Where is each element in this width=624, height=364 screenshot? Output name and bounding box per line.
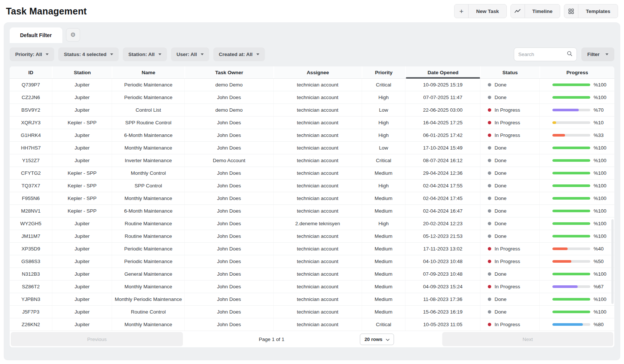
- column-header-assignee[interactable]: Assignee: [273, 66, 362, 78]
- table-row[interactable]: N312B3 Jupiter General Maintenance John …: [10, 268, 614, 281]
- cell-task-owner: John Does: [184, 318, 273, 331]
- pagination-bar: Previous Page 1 of 1 20 rows Next: [10, 331, 614, 347]
- column-header-station[interactable]: Station: [52, 66, 112, 78]
- rows-per-page-select[interactable]: 20 rows: [360, 334, 394, 345]
- table-row[interactable]: CZ2JN6 Jupiter Periodic Maintenance John…: [10, 91, 614, 104]
- cell-date-opened: 02-04-2024 17:55: [405, 180, 480, 192]
- cell-priority: Medium: [362, 281, 405, 293]
- status-label: Done: [495, 158, 506, 163]
- caret-down-icon: [46, 53, 49, 55]
- cell-name: Monthly Periodic Maintenance: [112, 293, 184, 305]
- column-header-date-opened[interactable]: Date Opened: [405, 66, 480, 78]
- cell-name: 6-Month Maintenance: [112, 129, 184, 141]
- cell-id: JM11M7: [10, 230, 52, 242]
- previous-page-button[interactable]: Previous: [11, 332, 183, 346]
- cell-id: WY2GH5: [10, 217, 52, 230]
- caret-down-icon: [605, 53, 608, 55]
- cell-progress: %10: [539, 117, 614, 129]
- progress-bar: [552, 273, 590, 275]
- cell-progress: %100: [539, 306, 614, 318]
- new-task-button[interactable]: + New Task: [454, 4, 506, 18]
- cell-progress: %100: [539, 217, 614, 230]
- filter-settings-button[interactable]: ⚙: [66, 28, 80, 42]
- table-row[interactable]: GS86S3 Jupiter Periodic Maintenance John…: [10, 255, 614, 268]
- cell-name: Routine Control: [112, 306, 184, 318]
- progress-label: %100: [594, 233, 608, 239]
- status-dot-icon: [488, 323, 491, 326]
- tab-default-filter[interactable]: Default Filter: [10, 27, 62, 43]
- content-panel: Default Filter ⚙ Priority: All Status: 4…: [4, 22, 620, 360]
- next-page-button[interactable]: Next: [442, 332, 613, 346]
- table-row[interactable]: XQRJY3 Kepler - SPP SPP Routine Control …: [10, 117, 614, 129]
- station-filter-dropdown[interactable]: Station: All: [123, 47, 167, 61]
- priority-filter-dropdown[interactable]: Priority: All: [10, 47, 54, 61]
- cell-task-owner: demo Demo: [184, 79, 273, 91]
- cell-priority: Medium: [362, 255, 405, 268]
- status-filter-dropdown[interactable]: Status: 4 selected: [58, 47, 119, 61]
- status-label: In Progress: [495, 322, 520, 327]
- table-row[interactable]: JM11M7 Jupiter Routine Maintenance John …: [10, 230, 614, 243]
- table-row[interactable]: WY2GH5 Jupiter Routine Maintenance John …: [10, 217, 614, 230]
- cell-id: HH7HS7: [10, 142, 52, 154]
- column-header-priority[interactable]: Priority: [362, 66, 405, 78]
- table-row[interactable]: Q739P7 Jupiter Periodic Maintenance demo…: [10, 79, 614, 91]
- cell-assignee: technician account: [273, 281, 362, 293]
- cell-station: Jupiter: [52, 104, 112, 116]
- cell-station: Kepler - SPP: [52, 192, 112, 204]
- table-row[interactable]: YJPBN3 Jupiter Monthly Periodic Maintena…: [10, 293, 614, 306]
- status-dot-icon: [488, 260, 491, 263]
- table-row[interactable]: SZ86T2 Jupiter Monthly Maintenance John …: [10, 281, 614, 293]
- filter-button[interactable]: Filter: [581, 47, 614, 61]
- created-at-filter-dropdown[interactable]: Created at: All: [213, 47, 265, 61]
- column-header-status[interactable]: Status: [480, 66, 539, 78]
- table-row[interactable]: F955N6 Kepler - SPP Monthly Maintenance …: [10, 192, 614, 205]
- progress-bar: [552, 197, 590, 200]
- table-scrollbar[interactable]: [611, 80, 614, 329]
- status-dot-icon: [488, 222, 491, 225]
- cell-priority: Critical: [362, 318, 405, 331]
- cell-progress: %40: [539, 243, 614, 255]
- cell-status: Done: [480, 306, 539, 318]
- cell-name: Routine Maintenance: [112, 217, 184, 230]
- progress-fill: [552, 235, 590, 237]
- column-header-task-owner[interactable]: Task Owner: [184, 66, 273, 78]
- table-row[interactable]: J5F7P3 Jupiter Routine Control John Does…: [10, 306, 614, 318]
- table-row[interactable]: TQ37X7 Kepler - SPP SPP Control John Doe…: [10, 180, 614, 192]
- cell-date-opened: 17-11-2023 13:02: [405, 243, 480, 255]
- user-filter-dropdown[interactable]: User: All: [171, 47, 209, 61]
- cell-station: Jupiter: [52, 154, 112, 167]
- table-row[interactable]: M28NV1 Kepler - SPP 6-Month Maintenance …: [10, 205, 614, 217]
- status-label: In Progress: [495, 132, 520, 138]
- cell-station: Jupiter: [52, 129, 112, 141]
- search-input[interactable]: [518, 52, 567, 57]
- templates-button[interactable]: Templates: [564, 4, 618, 18]
- cell-status: In Progress: [480, 255, 539, 268]
- timeline-button[interactable]: Timeline: [510, 4, 561, 18]
- cell-task-owner: John Does: [184, 142, 273, 154]
- column-header-name[interactable]: Name: [112, 66, 184, 78]
- cell-station: Kepler - SPP: [52, 167, 112, 179]
- table-row[interactable]: BSV9Y2 Jupiter Control List demo Demo te…: [10, 104, 614, 117]
- cell-assignee: technician account: [273, 129, 362, 141]
- cell-progress: %100: [539, 192, 614, 204]
- cell-priority: High: [362, 129, 405, 141]
- progress-bar: [552, 83, 590, 86]
- status-dot-icon: [488, 235, 491, 238]
- column-header-progress[interactable]: Progress: [539, 66, 614, 78]
- table-body: Q739P7 Jupiter Periodic Maintenance demo…: [10, 79, 614, 331]
- status-dot-icon: [488, 134, 491, 137]
- caret-down-icon: [256, 53, 259, 55]
- progress-label: %100: [594, 271, 608, 277]
- column-header-id[interactable]: ID: [10, 66, 52, 78]
- cell-priority: Medium: [362, 268, 405, 280]
- table-row[interactable]: XP35D9 Jupiter Periodic Maintenance John…: [10, 243, 614, 255]
- status-label: Done: [495, 145, 506, 151]
- table-row[interactable]: CFYTG2 Kepler - SPP Monthly Control John…: [10, 167, 614, 180]
- table-row[interactable]: Z26KN2 Jupiter Monthly Maintenance John …: [10, 318, 614, 331]
- status-dot-icon: [488, 310, 491, 314]
- progress-label: %33: [594, 132, 608, 138]
- table-row[interactable]: G1HRK4 Jupiter 6-Month Maintenance John …: [10, 129, 614, 142]
- table-row[interactable]: Y152Z7 Jupiter Inverter Maintenance Demo…: [10, 154, 614, 167]
- table-row[interactable]: HH7HS7 Jupiter Monthly Maintenance John …: [10, 142, 614, 154]
- scrollbar-thumb[interactable]: [611, 219, 614, 304]
